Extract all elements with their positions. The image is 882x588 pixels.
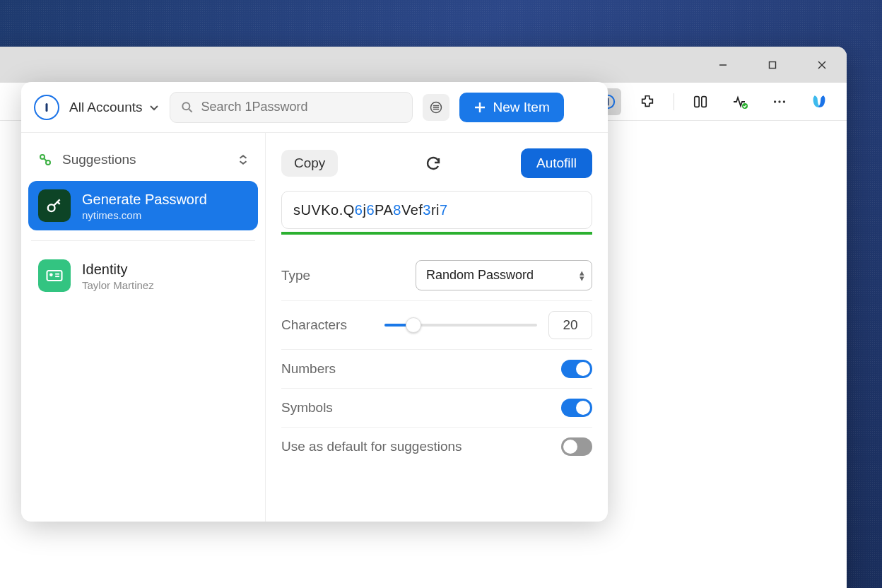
suggestions-label: Suggestions	[62, 152, 228, 167]
divider	[31, 240, 255, 241]
popup-header: All Accounts New Item	[21, 82, 608, 133]
browser-window: All Accounts New Item Suggestions	[0, 47, 847, 588]
copilot-icon[interactable]	[806, 88, 833, 115]
default-row: Use as default for suggestions	[281, 428, 592, 466]
numbers-label: Numbers	[281, 361, 561, 377]
default-label: Use as default for suggestions	[281, 439, 561, 454]
health-icon[interactable]	[727, 88, 753, 115]
minimize-button[interactable]	[707, 52, 739, 78]
onepassword-logo-icon	[34, 95, 59, 120]
extensions-icon[interactable]	[634, 88, 661, 115]
svg-line-15	[189, 109, 192, 112]
svg-point-29	[49, 274, 53, 277]
action-row: Copy Autofill	[281, 148, 592, 178]
svg-line-27	[57, 202, 59, 204]
maximize-button[interactable]	[756, 52, 789, 78]
detail-panel: Copy Autofill sUVKo.Q6j6PA8Vef3ri7 Type …	[266, 133, 608, 522]
sort-icon[interactable]	[237, 153, 249, 166]
strength-bar	[281, 232, 592, 235]
characters-value[interactable]: 20	[548, 311, 592, 339]
numbers-toggle[interactable]	[561, 360, 592, 378]
key-icon	[38, 189, 71, 222]
item-subtitle: Taylor Martinez	[82, 279, 154, 291]
autofill-button[interactable]: Autofill	[521, 148, 592, 178]
svg-rect-7	[695, 96, 699, 107]
svg-rect-28	[47, 271, 62, 281]
numbers-row: Numbers	[281, 350, 592, 389]
svg-rect-8	[702, 96, 706, 107]
type-value: Random Password	[426, 268, 534, 283]
accounts-label: All Accounts	[69, 100, 143, 115]
suggestions-icon	[37, 151, 54, 168]
type-row: Type Random Password ▴▾	[281, 250, 592, 301]
popup-body: Suggestions Generate Password nytimes.co…	[21, 133, 608, 522]
item-title: Identity	[82, 261, 154, 278]
search-icon	[180, 100, 194, 114]
item-subtitle: nytimes.com	[82, 209, 207, 221]
symbols-label: Symbols	[281, 400, 561, 416]
identity-icon	[38, 259, 71, 292]
default-toggle[interactable]	[561, 437, 592, 456]
plus-icon	[474, 101, 486, 114]
svg-point-10	[774, 100, 776, 102]
new-item-label: New Item	[493, 100, 550, 115]
item-title: Generate Password	[82, 191, 207, 208]
symbols-toggle[interactable]	[561, 399, 592, 417]
toolbar-separator	[674, 93, 674, 110]
search-input[interactable]	[201, 100, 402, 114]
symbols-row: Symbols	[281, 389, 592, 428]
type-label: Type	[281, 268, 416, 283]
svg-point-11	[778, 100, 780, 102]
sidebar-item-generate-password[interactable]: Generate Password nytimes.com	[28, 181, 258, 230]
chevron-down-icon	[148, 102, 160, 113]
titlebar	[0, 47, 847, 83]
accounts-dropdown[interactable]: All Accounts	[69, 100, 160, 115]
split-screen-icon[interactable]	[687, 88, 714, 115]
onepassword-popup: All Accounts New Item Suggestions	[21, 82, 608, 522]
more-icon[interactable]	[766, 88, 793, 115]
password-display[interactable]: sUVKo.Q6j6PA8Vef3ri7	[281, 191, 592, 229]
svg-rect-13	[46, 103, 48, 112]
refresh-icon[interactable]	[425, 155, 442, 172]
type-select[interactable]: Random Password ▴▾	[416, 260, 592, 290]
copy-button[interactable]: Copy	[281, 150, 338, 177]
select-arrows-icon: ▴▾	[580, 270, 584, 281]
suggestions-header[interactable]: Suggestions	[28, 146, 258, 174]
svg-point-14	[182, 102, 189, 110]
characters-slider[interactable]	[384, 323, 537, 327]
svg-line-24	[44, 158, 47, 161]
close-button[interactable]	[806, 52, 838, 78]
svg-rect-1	[770, 61, 776, 68]
characters-row: Characters 20	[281, 301, 592, 350]
search-field[interactable]	[170, 92, 413, 123]
sidebar: Suggestions Generate Password nytimes.co…	[21, 133, 266, 522]
new-item-button[interactable]: New Item	[459, 93, 564, 122]
sidebar-item-identity[interactable]: Identity Taylor Martinez	[28, 251, 258, 300]
svg-point-12	[783, 100, 785, 102]
quick-access-button[interactable]	[423, 94, 449, 121]
characters-label: Characters	[281, 317, 384, 333]
